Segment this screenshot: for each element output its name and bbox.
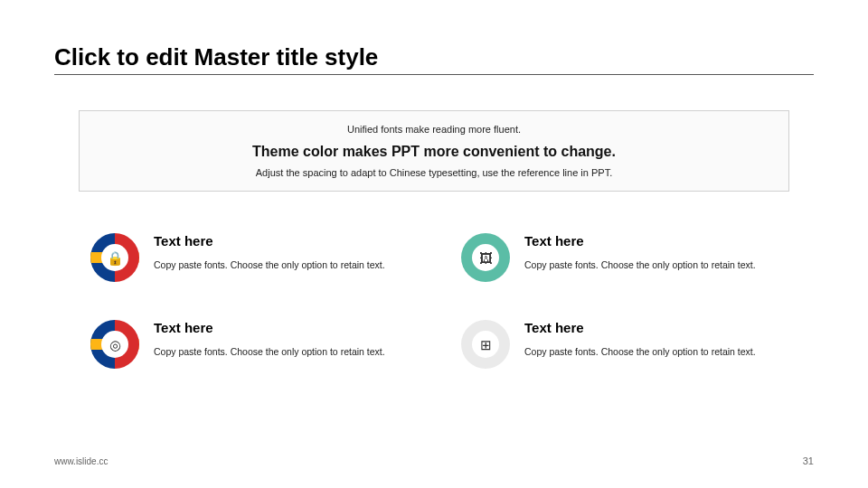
broadcast-icon: ◎ — [90, 320, 139, 369]
item-2-desc: Copy paste fonts. Choose the only option… — [524, 259, 756, 270]
item-1-desc: Copy paste fonts. Choose the only option… — [154, 259, 385, 270]
item-3-title: Text here — [154, 320, 385, 335]
item-1-title: Text here — [154, 233, 385, 249]
item-4: ⊞ Text here Copy paste fonts. Choose the… — [461, 320, 796, 369]
item-4-title: Text here — [524, 320, 756, 335]
item-1: 🔒 Text here Copy paste fonts. Choose the… — [90, 233, 425, 282]
info-line-2: Theme color makes PPT more convenient to… — [80, 144, 788, 160]
windows-glyph: ⊞ — [480, 338, 492, 352]
items-grid: 🔒 Text here Copy paste fonts. Choose the… — [90, 233, 796, 369]
lock-glyph: 🔒 — [107, 251, 124, 265]
lock-icon: 🔒 — [90, 233, 139, 282]
item-2-title: Text here — [524, 233, 756, 249]
info-box: Unified fonts make reading more fluent. … — [79, 110, 789, 192]
item-4-desc: Copy paste fonts. Choose the only option… — [524, 346, 756, 357]
item-3-desc: Copy paste fonts. Choose the only option… — [154, 346, 385, 357]
footer-url: www.islide.cc — [54, 456, 108, 466]
image-icon: 🖼 — [461, 233, 510, 282]
title-underline — [54, 74, 814, 75]
broadcast-glyph: ◎ — [109, 338, 121, 352]
item-2: 🖼 Text here Copy paste fonts. Choose the… — [461, 233, 796, 282]
info-line-3: Adjust the spacing to adapt to Chinese t… — [80, 167, 788, 178]
image-glyph: 🖼 — [479, 251, 493, 265]
info-line-1: Unified fonts make reading more fluent. — [80, 124, 788, 135]
page-number: 31 — [803, 455, 814, 466]
windows-icon: ⊞ — [461, 320, 510, 369]
slide: Click to edit Master title style Unified… — [0, 0, 868, 488]
item-3: ◎ Text here Copy paste fonts. Choose the… — [90, 320, 425, 369]
master-title[interactable]: Click to edit Master title style — [54, 43, 378, 71]
